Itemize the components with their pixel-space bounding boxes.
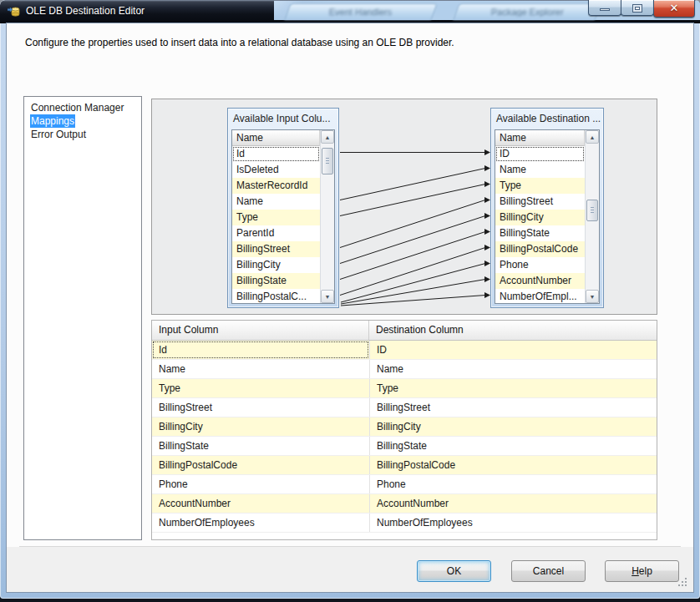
input-columns-list: Name Id IsDeleted bbox=[231, 129, 335, 304]
sidebar-item[interactable]: Mappings bbox=[24, 114, 141, 128]
resize-grip[interactable] bbox=[677, 576, 687, 587]
scroll-up-icon: ▲ bbox=[586, 131, 598, 144]
destination-column-item-label: Phone bbox=[500, 259, 529, 271]
scroll-up-icon: ▲ bbox=[322, 131, 333, 144]
input-cell[interactable]: Name bbox=[152, 360, 369, 378]
destination-cell[interactable]: BillingPostalCode bbox=[369, 456, 657, 474]
mapping-table: Input Column Destination Column Id ID Na… bbox=[151, 320, 657, 540]
input-column-item-label: MasterRecordId bbox=[236, 180, 307, 191]
input-cell[interactable]: BillingPostalCode bbox=[152, 456, 369, 474]
input-column-item[interactable]: Type bbox=[232, 210, 320, 225]
sidebar-item[interactable]: Error Output bbox=[24, 128, 141, 141]
sidebar-item-label: Mappings bbox=[30, 114, 75, 128]
destination-cell[interactable]: NumberOfEmployees bbox=[369, 513, 657, 532]
sidebar-item-label: Connection Manager bbox=[30, 101, 124, 114]
minimize-button[interactable] bbox=[588, 0, 621, 16]
input-column-item[interactable]: ParentId bbox=[232, 225, 320, 241]
destination-cell[interactable]: Phone bbox=[369, 475, 657, 493]
destination-column-item[interactable]: BillingCity bbox=[495, 210, 585, 225]
window-controls: ✕ bbox=[589, 0, 695, 20]
input-column-item-label: Id bbox=[236, 148, 245, 159]
pages-sidebar: Connection Manager Mappings Error Output bbox=[23, 96, 142, 540]
input-column-item-label: ParentId bbox=[236, 227, 274, 239]
background-tab: Event Handlers bbox=[284, 3, 437, 20]
destination-cell[interactable]: Type bbox=[369, 379, 657, 397]
input-column-item[interactable]: Id bbox=[232, 146, 320, 162]
mapping-row: Id ID bbox=[152, 341, 657, 360]
input-column-item-label: IsDeleted bbox=[236, 164, 279, 175]
destination-column-item[interactable]: BillingPostalCode bbox=[495, 241, 585, 257]
window-title: OLE DB Destination Editor bbox=[26, 5, 145, 17]
input-column-item[interactable]: BillingCity bbox=[232, 257, 320, 273]
destination-column-item-label: BillingState bbox=[500, 227, 550, 239]
dialog-description: Configure the properties used to insert … bbox=[25, 37, 454, 48]
input-column-item[interactable]: MasterRecordId bbox=[232, 178, 320, 194]
background-tab: Package Explorer bbox=[453, 3, 601, 20]
title-bar[interactable]: Event Handlers Package Explorer OLE DB D… bbox=[0, 0, 700, 23]
destination-cell[interactable]: BillingCity bbox=[369, 417, 657, 436]
input-column-item[interactable]: BillingPostalC... bbox=[232, 289, 320, 303]
scroll-down-button[interactable]: ▼ bbox=[586, 290, 599, 303]
input-cell[interactable]: BillingStreet bbox=[152, 398, 369, 417]
input-column-header[interactable]: Input Column bbox=[152, 321, 369, 340]
input-cell[interactable]: Phone bbox=[152, 475, 369, 493]
input-column-item[interactable]: Name bbox=[232, 194, 320, 210]
mapping-row: BillingCity BillingCity bbox=[152, 417, 657, 437]
destination-column-item-label: NumberOfEmpl... bbox=[500, 291, 577, 302]
destination-column-item[interactable]: Type bbox=[495, 178, 585, 194]
dialog-body: Configure the properties used to insert … bbox=[7, 23, 693, 592]
input-cell[interactable]: BillingCity bbox=[152, 417, 369, 436]
mapping-row: Type Type bbox=[152, 379, 657, 398]
destination-column-item-label: AccountNumber bbox=[500, 275, 571, 286]
destination-column-item[interactable]: Name bbox=[495, 162, 585, 178]
destination-column-item[interactable]: Phone bbox=[495, 257, 585, 273]
close-button[interactable]: ✕ bbox=[653, 0, 695, 18]
input-column-item[interactable]: BillingStreet bbox=[232, 241, 320, 257]
cancel-button[interactable]: Cancel bbox=[511, 560, 586, 582]
destination-cell[interactable]: BillingStreet bbox=[369, 398, 657, 417]
destination-column-item-label: ID bbox=[500, 148, 510, 159]
available-input-columns-title: Available Input Colu... bbox=[228, 109, 338, 129]
scroll-down-icon: ▼ bbox=[322, 291, 333, 303]
scroll-up-button[interactable]: ▲ bbox=[321, 130, 334, 144]
destination-column-item-label: BillingStreet bbox=[500, 195, 553, 207]
scroll-up-button[interactable]: ▲ bbox=[586, 130, 599, 144]
destination-cell[interactable]: AccountNumber bbox=[369, 494, 657, 513]
destination-column-item[interactable]: ID bbox=[495, 146, 585, 162]
available-destination-columns-box: Available Destination ... Name ID Name bbox=[490, 108, 604, 308]
destination-list-scrollbar[interactable]: ▲ ▼ bbox=[585, 130, 599, 303]
destination-list-name-header[interactable]: Name bbox=[495, 130, 585, 146]
input-column-item-label: BillingStreet bbox=[236, 243, 290, 255]
scrollbar-thumb[interactable] bbox=[586, 200, 598, 221]
scrollbar-thumb[interactable] bbox=[322, 148, 333, 175]
input-cell[interactable]: Id bbox=[152, 341, 369, 359]
destination-column-item-label: BillingPostalCode bbox=[500, 243, 578, 255]
scroll-down-button[interactable]: ▼ bbox=[321, 290, 334, 303]
ok-button[interactable]: OK bbox=[417, 560, 491, 582]
destination-column-item[interactable]: BillingStreet bbox=[495, 194, 585, 210]
maximize-icon bbox=[632, 4, 642, 13]
input-cell[interactable]: Type bbox=[152, 379, 369, 397]
input-column-item[interactable]: BillingState bbox=[232, 273, 320, 289]
destination-column-item[interactable]: AccountNumber bbox=[495, 273, 585, 289]
destination-column-item[interactable]: BillingState bbox=[495, 225, 585, 241]
available-input-columns-box: Available Input Colu... Name Id IsDelete… bbox=[227, 108, 339, 308]
input-cell[interactable]: BillingState bbox=[152, 437, 369, 455]
input-column-item[interactable]: IsDeleted bbox=[232, 162, 320, 178]
help-button[interactable]: Help bbox=[605, 560, 679, 582]
sidebar-item[interactable]: Connection Manager bbox=[24, 101, 141, 114]
input-column-item-label: Name bbox=[236, 195, 263, 207]
destination-cell[interactable]: BillingState bbox=[369, 437, 657, 455]
input-list-name-header[interactable]: Name bbox=[232, 130, 320, 146]
mapping-row: Name Name bbox=[152, 360, 657, 379]
destination-column-header[interactable]: Destination Column bbox=[369, 321, 657, 340]
destination-cell[interactable]: ID bbox=[369, 341, 657, 359]
input-cell[interactable]: NumberOfEmployees bbox=[152, 513, 369, 532]
destination-cell[interactable]: Name bbox=[369, 360, 657, 378]
mapping-row: BillingPostalCode BillingPostalCode bbox=[152, 456, 657, 475]
input-list-scrollbar[interactable]: ▲ ▼ bbox=[320, 130, 334, 303]
maximize-button[interactable] bbox=[621, 0, 654, 16]
available-destination-columns-title: Available Destination ... bbox=[491, 109, 603, 129]
destination-column-item[interactable]: NumberOfEmpl... bbox=[495, 289, 585, 303]
input-cell[interactable]: AccountNumber bbox=[152, 494, 369, 513]
